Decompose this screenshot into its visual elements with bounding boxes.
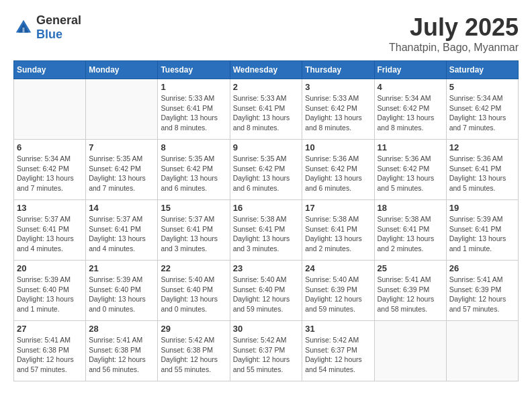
calendar-cell: 30Sunrise: 5:42 AM Sunset: 6:37 PM Dayli… — [230, 321, 302, 381]
calendar-cell: 10Sunrise: 5:36 AM Sunset: 6:42 PM Dayli… — [302, 140, 374, 200]
day-info: Sunrise: 5:42 AM Sunset: 6:37 PM Dayligh… — [305, 335, 371, 375]
day-number: 26 — [449, 263, 515, 273]
day-number: 11 — [378, 142, 443, 152]
weekday-header: Friday — [374, 61, 446, 79]
day-number: 12 — [449, 142, 515, 152]
day-number: 24 — [305, 263, 371, 273]
weekday-header: Saturday — [446, 61, 518, 79]
day-number: 23 — [233, 263, 300, 273]
location-title: Thanatpin, Bago, Myanmar — [389, 42, 519, 54]
day-info: Sunrise: 5:38 AM Sunset: 6:41 PM Dayligh… — [305, 214, 371, 254]
day-info: Sunrise: 5:37 AM Sunset: 6:41 PM Dayligh… — [89, 214, 154, 254]
day-number: 29 — [161, 324, 226, 334]
day-info: Sunrise: 5:33 AM Sunset: 6:41 PM Dayligh… — [161, 93, 226, 133]
calendar-cell: 27Sunrise: 5:41 AM Sunset: 6:38 PM Dayli… — [14, 321, 86, 381]
calendar-cell: 23Sunrise: 5:40 AM Sunset: 6:40 PM Dayli… — [230, 261, 302, 321]
day-info: Sunrise: 5:36 AM Sunset: 6:42 PM Dayligh… — [378, 154, 443, 193]
calendar-cell: 26Sunrise: 5:41 AM Sunset: 6:39 PM Dayli… — [446, 261, 518, 321]
day-number: 21 — [89, 263, 154, 273]
day-info: Sunrise: 5:34 AM Sunset: 6:42 PM Dayligh… — [17, 154, 83, 193]
calendar-cell: 11Sunrise: 5:36 AM Sunset: 6:42 PM Dayli… — [374, 140, 446, 200]
svg-rect-2 — [23, 28, 25, 33]
day-info: Sunrise: 5:37 AM Sunset: 6:41 PM Dayligh… — [161, 214, 226, 254]
calendar-week-row: 6Sunrise: 5:34 AM Sunset: 6:42 PM Daylig… — [14, 140, 519, 200]
day-number: 5 — [449, 82, 515, 92]
day-number: 14 — [89, 203, 154, 213]
title-block: July 2025 Thanatpin, Bago, Myanmar — [389, 13, 519, 54]
day-number: 22 — [161, 263, 226, 273]
calendar-cell: 24Sunrise: 5:40 AM Sunset: 6:39 PM Dayli… — [302, 261, 374, 321]
day-number: 15 — [161, 203, 226, 213]
logo: General Blue — [13, 13, 81, 42]
weekday-header: Sunday — [14, 61, 86, 79]
calendar-week-row: 27Sunrise: 5:41 AM Sunset: 6:38 PM Dayli… — [14, 321, 519, 381]
day-number: 17 — [305, 203, 371, 213]
weekday-header: Thursday — [302, 61, 374, 79]
day-number: 6 — [17, 142, 83, 152]
calendar-cell: 17Sunrise: 5:38 AM Sunset: 6:41 PM Dayli… — [302, 200, 374, 261]
calendar-cell: 12Sunrise: 5:36 AM Sunset: 6:41 PM Dayli… — [446, 140, 518, 200]
calendar-week-row: 1Sunrise: 5:33 AM Sunset: 6:41 PM Daylig… — [14, 79, 519, 140]
day-info: Sunrise: 5:39 AM Sunset: 6:40 PM Dayligh… — [89, 275, 154, 314]
day-info: Sunrise: 5:36 AM Sunset: 6:42 PM Dayligh… — [305, 154, 371, 193]
calendar-cell: 15Sunrise: 5:37 AM Sunset: 6:41 PM Dayli… — [158, 200, 230, 261]
calendar-cell: 7Sunrise: 5:35 AM Sunset: 6:42 PM Daylig… — [86, 140, 158, 200]
calendar-cell — [446, 321, 518, 381]
day-info: Sunrise: 5:34 AM Sunset: 6:42 PM Dayligh… — [378, 93, 443, 133]
day-number: 1 — [161, 82, 226, 92]
weekday-header: Tuesday — [158, 61, 230, 79]
day-number: 30 — [233, 324, 300, 334]
day-info: Sunrise: 5:35 AM Sunset: 6:42 PM Dayligh… — [233, 154, 300, 193]
day-info: Sunrise: 5:39 AM Sunset: 6:41 PM Dayligh… — [449, 214, 515, 254]
calendar-cell: 25Sunrise: 5:41 AM Sunset: 6:39 PM Dayli… — [374, 261, 446, 321]
day-number: 19 — [449, 203, 515, 213]
calendar-cell: 14Sunrise: 5:37 AM Sunset: 6:41 PM Dayli… — [86, 200, 158, 261]
day-number: 13 — [17, 203, 83, 213]
day-info: Sunrise: 5:37 AM Sunset: 6:41 PM Dayligh… — [17, 214, 83, 254]
calendar-week-row: 20Sunrise: 5:39 AM Sunset: 6:40 PM Dayli… — [14, 261, 519, 321]
day-info: Sunrise: 5:38 AM Sunset: 6:41 PM Dayligh… — [378, 214, 443, 254]
day-info: Sunrise: 5:40 AM Sunset: 6:39 PM Dayligh… — [305, 275, 371, 314]
day-info: Sunrise: 5:41 AM Sunset: 6:38 PM Dayligh… — [89, 335, 154, 375]
day-info: Sunrise: 5:34 AM Sunset: 6:42 PM Dayligh… — [449, 93, 515, 133]
calendar-cell: 20Sunrise: 5:39 AM Sunset: 6:40 PM Dayli… — [14, 261, 86, 321]
calendar-cell: 3Sunrise: 5:33 AM Sunset: 6:42 PM Daylig… — [302, 79, 374, 140]
calendar-cell: 5Sunrise: 5:34 AM Sunset: 6:42 PM Daylig… — [446, 79, 518, 140]
day-number: 28 — [89, 324, 154, 334]
calendar-cell: 22Sunrise: 5:40 AM Sunset: 6:40 PM Dayli… — [158, 261, 230, 321]
weekday-header: Monday — [86, 61, 158, 79]
logo-icon — [13, 17, 34, 38]
calendar-table: SundayMondayTuesdayWednesdayThursdayFrid… — [13, 60, 519, 381]
day-info: Sunrise: 5:36 AM Sunset: 6:41 PM Dayligh… — [449, 154, 515, 193]
day-info: Sunrise: 5:38 AM Sunset: 6:41 PM Dayligh… — [233, 214, 300, 254]
calendar-cell: 28Sunrise: 5:41 AM Sunset: 6:38 PM Dayli… — [86, 321, 158, 381]
day-number: 8 — [161, 142, 226, 152]
calendar-cell: 2Sunrise: 5:33 AM Sunset: 6:41 PM Daylig… — [230, 79, 302, 140]
day-number: 27 — [17, 324, 83, 334]
day-number: 10 — [305, 142, 371, 152]
calendar-cell: 6Sunrise: 5:34 AM Sunset: 6:42 PM Daylig… — [14, 140, 86, 200]
day-info: Sunrise: 5:41 AM Sunset: 6:39 PM Dayligh… — [378, 275, 443, 314]
day-number: 16 — [233, 203, 300, 213]
calendar-cell: 1Sunrise: 5:33 AM Sunset: 6:41 PM Daylig… — [158, 79, 230, 140]
calendar-header-row: SundayMondayTuesdayWednesdayThursdayFrid… — [14, 61, 519, 79]
calendar-cell: 21Sunrise: 5:39 AM Sunset: 6:40 PM Dayli… — [86, 261, 158, 321]
logo-general: General — [36, 13, 81, 27]
logo-blue: Blue — [36, 28, 62, 41]
day-number: 4 — [378, 82, 443, 92]
calendar-cell: 4Sunrise: 5:34 AM Sunset: 6:42 PM Daylig… — [374, 79, 446, 140]
day-number: 3 — [305, 82, 371, 92]
calendar-cell: 18Sunrise: 5:38 AM Sunset: 6:41 PM Dayli… — [374, 200, 446, 261]
calendar-cell: 9Sunrise: 5:35 AM Sunset: 6:42 PM Daylig… — [230, 140, 302, 200]
calendar-cell — [14, 79, 86, 140]
calendar-cell: 29Sunrise: 5:42 AM Sunset: 6:38 PM Dayli… — [158, 321, 230, 381]
month-title: July 2025 — [389, 13, 519, 42]
day-number: 20 — [17, 263, 83, 273]
day-info: Sunrise: 5:41 AM Sunset: 6:38 PM Dayligh… — [17, 335, 83, 375]
calendar-week-row: 13Sunrise: 5:37 AM Sunset: 6:41 PM Dayli… — [14, 200, 519, 261]
day-number: 25 — [378, 263, 443, 273]
calendar-cell: 13Sunrise: 5:37 AM Sunset: 6:41 PM Dayli… — [14, 200, 86, 261]
day-info: Sunrise: 5:41 AM Sunset: 6:39 PM Dayligh… — [449, 275, 515, 314]
day-info: Sunrise: 5:35 AM Sunset: 6:42 PM Dayligh… — [161, 154, 226, 193]
day-info: Sunrise: 5:35 AM Sunset: 6:42 PM Dayligh… — [89, 154, 154, 193]
